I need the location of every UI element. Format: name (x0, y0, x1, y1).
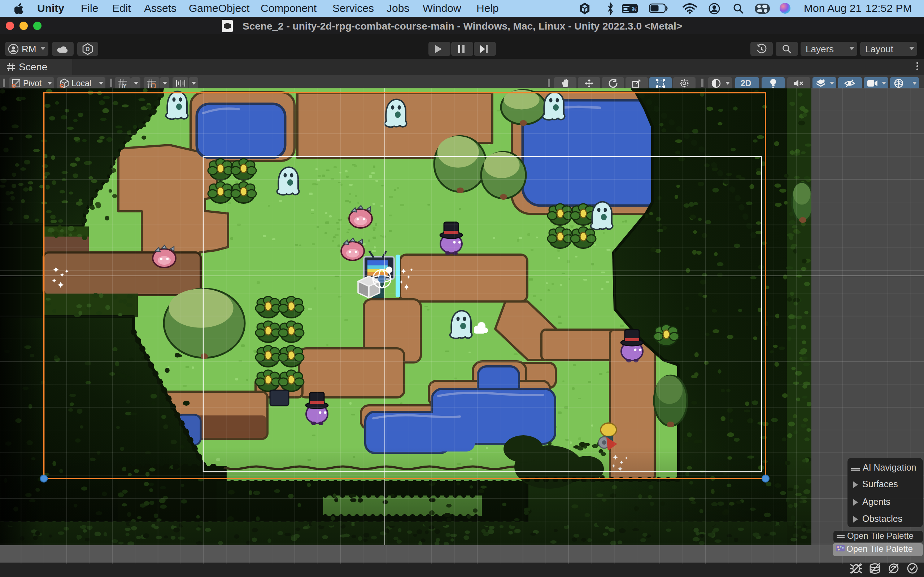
svg-text:Y: Y (123, 83, 126, 88)
svg-text:⌘: ⌘ (632, 6, 637, 12)
svg-text:D: D (86, 46, 90, 52)
